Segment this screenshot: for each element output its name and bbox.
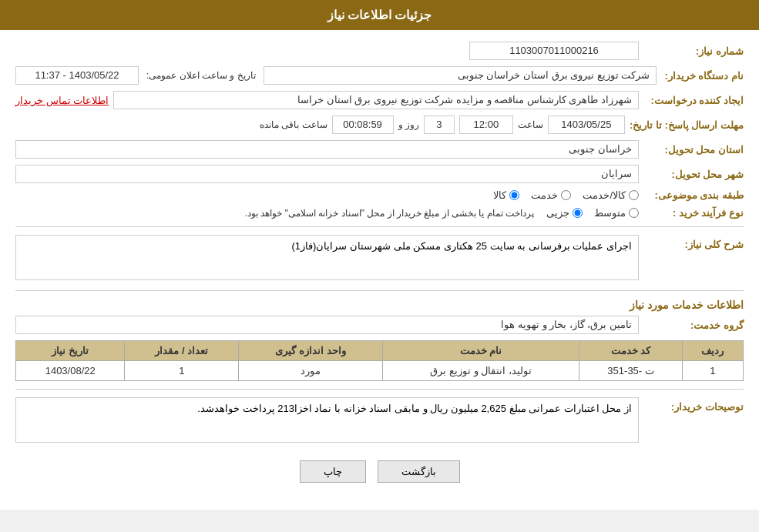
buyer-notes-label: توصیحات خریدار: [643,397,744,413]
deadline-time-value: 12:00 [459,115,513,134]
col-qty: تعداد / مقدار [125,341,239,361]
description-label: شرح کلی نیاز: [643,235,744,250]
table-header-row: ردیف کد خدمت نام خدمت واحد اندازه گیری ت… [16,341,744,361]
category-option-khedmat[interactable]: خدمت [531,189,571,201]
cell-code: ت -35-351 [579,361,682,381]
category-row: طبقه بندی موضوعی: کالا/خدمت خدمت کالا [15,189,744,201]
description-row: شرح کلی نیاز: [15,235,744,283]
cell-qty: 1 [125,361,239,381]
city-row: شهر محل تحویل: سرایان [15,165,744,183]
province-value: خراسان جنوبی [15,140,639,159]
city-value: سرایان [15,165,639,183]
divider-1 [15,226,744,227]
buyer-org-value: شرکت توزیع نیروی برق استان خراسان جنوبی [264,66,657,85]
buyer-org-label: نام دستگاه خریدار: [664,70,744,82]
cell-name: تولید، انتقال و توزیع برق [382,361,579,381]
days-label: روز و [398,119,419,130]
deadline-date-value: 1403/05/25 [548,115,625,134]
cell-unit: مورد [239,361,382,381]
deadline-label: مهلت ارسال پاسخ: تا تاریخ: [630,119,744,131]
contact-info-link[interactable]: اطلاعات تماس خریدار [15,95,109,106]
city-label: شهر محل تحویل: [643,169,744,180]
process-type-label: نوع فرآیند خرید : [643,207,744,219]
process-type-row: نوع فرآیند خرید : متوسط جزیی پرداخت تمام… [15,207,744,219]
buyer-notes-textarea[interactable] [15,397,639,443]
province-row: استان محل تحویل: خراسان جنوبی [15,140,744,159]
process-option-jozi[interactable]: جزیی [546,207,583,219]
content-area: شماره نیاز: 1103007011000216 نام دستگاه … [0,30,759,510]
cell-date: 1403/08/22 [16,361,125,381]
service-group-value: تامین برق، گاز، بخار و تهویه هوا [15,316,639,334]
col-rownum: ردیف [682,341,743,361]
announce-date-value: 1403/05/22 - 11:37 [15,66,139,85]
divider-3 [15,389,744,390]
announce-date-label: تاریخ و ساعت اعلان عمومی: [146,70,256,81]
services-section-title: اطلاعات خدمات مورد نیاز [15,299,744,311]
process-note: پرداخت تمام یا بخشی از مبلغ خریدار از مح… [245,208,534,219]
category-option-kala[interactable]: کالا [493,189,519,201]
category-radio-group: کالا/خدمت خدمت کالا [493,189,639,201]
deadline-row: مهلت ارسال پاسخ: تا تاریخ: 1403/05/25 سا… [15,115,744,134]
col-unit: واحد اندازه گیری [239,341,382,361]
service-group-label: گروه خدمت: [643,320,744,331]
announce-buyer-row: نام دستگاه خریدار: شرکت توزیع نیروی برق … [15,66,744,85]
divider-2 [15,290,744,291]
creator-row: ایجاد کننده درخواست: شهرزاد طاهری کارشنا… [15,91,744,109]
page-wrapper: جزئیات اطلاعات نیاز شماره نیاز: 11030070… [0,0,759,510]
back-button[interactable]: بازگشت [378,460,460,483]
process-radio-group: متوسط جزیی [546,207,639,219]
description-textarea[interactable] [15,235,639,280]
buyer-notes-row: توصیحات خریدار: [15,397,744,445]
need-number-row: شماره نیاز: 1103007011000216 [15,42,744,60]
cell-rownum: 1 [682,361,743,381]
page-title: جزئیات اطلاعات نیاز [327,8,432,22]
buttons-row: بازگشت چاپ [15,460,744,483]
province-label: استان محل تحویل: [643,144,744,156]
service-group-row: گروه خدمت: تامین برق، گاز، بخار و تهویه … [15,316,744,334]
hours-label: ساعت باقی مانده [260,119,327,130]
deadline-days-value: 3 [424,115,455,134]
table-row: 1 ت -35-351 تولید، انتقال و توزیع برق مو… [16,361,744,381]
table-header: ردیف کد خدمت نام خدمت واحد اندازه گیری ت… [16,341,744,361]
need-number-label: شماره نیاز: [643,45,744,57]
print-button[interactable]: چاپ [300,460,366,483]
col-name: نام خدمت [382,341,579,361]
description-container [15,235,639,283]
buyer-notes-container [15,397,639,445]
table-body: 1 ت -35-351 تولید، انتقال و توزیع برق مو… [16,361,744,381]
creator-label: ایجاد کننده درخواست: [643,95,744,106]
services-table: ردیف کد خدمت نام خدمت واحد اندازه گیری ت… [15,340,744,381]
creator-value: شهرزاد طاهری کارشناس مناقصه و مزایده شرک… [113,91,639,109]
category-label: طبقه بندی موضوعی: [643,189,744,201]
time-label: ساعت [518,119,543,130]
category-option-kala-khedmat[interactable]: کالا/خدمت [583,189,639,201]
deadline-remaining-value: 00:08:59 [332,115,394,134]
page-header: جزئیات اطلاعات نیاز [0,0,759,30]
process-option-motavasset[interactable]: متوسط [594,207,639,219]
col-code: کد خدمت [579,341,682,361]
need-number-value: 1103007011000216 [469,42,639,60]
col-date: تاریخ نیاز [16,341,125,361]
